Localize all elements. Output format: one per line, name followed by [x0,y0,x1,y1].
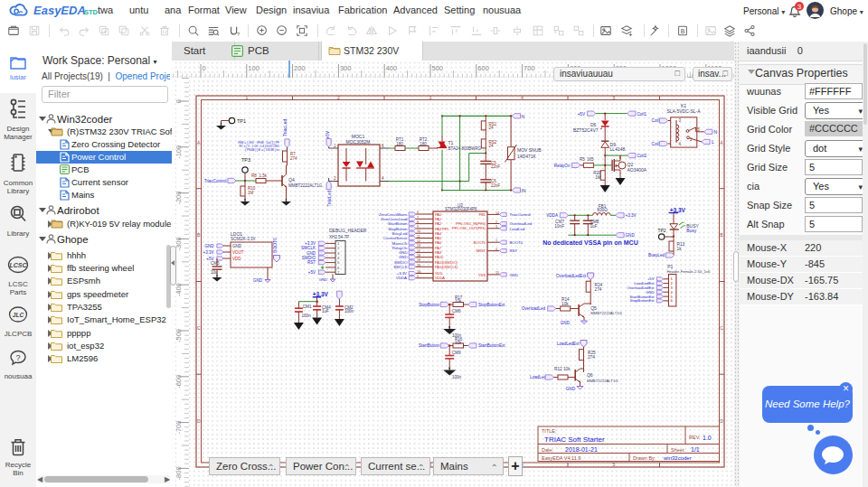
svg-text:100n: 100n [452,375,462,379]
svg-text:CM9: CM9 [452,351,461,355]
svg-text:ZeroCrossLoad: ZeroCrossLoad [381,217,408,221]
svg-text:22nF: 22nF [491,164,501,169]
svg-text:10: 10 [417,229,420,233]
svg-text:1: 1 [495,239,497,242]
svg-text:VDDA: VDDA [546,213,559,218]
svg-text:PA5: PA5 [435,236,441,240]
svg-text:274: 274 [595,287,602,292]
svg-text:GND: GND [253,278,263,283]
svg-text:6: 6 [337,266,340,270]
svg-text:OverloadLed: OverloadLed [510,221,533,226]
svg-text:6: 6 [417,211,419,214]
svg-text:BusyLed: BusyLed [648,253,665,258]
svg-text:17: 17 [417,249,420,253]
svg-text:RelayOn: RelayOn [554,164,571,168]
svg-text:StopButtonExt: StopButtonExt [478,303,505,307]
svg-text:5: 5 [613,462,616,467]
svg-text:14D471K: 14D471K [517,154,537,159]
svg-text:ZeroCrossMains: ZeroCrossMains [379,212,408,217]
svg-text:12: 12 [417,239,420,243]
svg-text:3: 3 [495,225,497,229]
svg-text:Drawn By:: Drawn By: [633,455,656,461]
svg-text:PA3 PF1-: PA3 PF1- [435,227,450,231]
svg-text:+3.3V: +3.3V [313,291,329,297]
svg-text:8: 8 [417,220,419,224]
svg-text:A: A [197,140,201,145]
svg-text:B: B [681,28,685,34]
svg-text:1: 1 [246,95,249,100]
svg-text:B: B [720,232,723,238]
svg-text:R12: R12 [554,367,562,371]
svg-text:SC662K-3.3V: SC662K-3.3V [231,237,256,241]
svg-text:PA7: PA7 [435,246,441,250]
svg-text:VDD: VDD [232,257,241,261]
svg-text:-300: -300 [176,237,183,250]
svg-text:19: 19 [417,258,420,262]
svg-text:MMBT2222ALT1G: MMBT2222ALT1G [587,379,618,383]
svg-text:11: 11 [417,235,420,239]
svg-text:4: 4 [679,142,682,146]
svg-text:7: 7 [417,216,419,220]
svg-text:No dedicated VSSA pin on MCU: No dedicated VSSA pin on MCU [542,239,638,247]
svg-text:MMBT2222ALT1G: MMBT2222ALT1G [288,183,323,188]
svg-text:SWDIO: SWDIO [394,260,408,265]
svg-text:GND: GND [566,387,576,391]
svg-text:PA2: PA2 [435,221,441,226]
svg-text:OverloadLedExt: OverloadLedExt [556,274,587,278]
svg-text:2: 2 [495,220,497,224]
svg-text:Coil: Coil [652,118,659,123]
svg-text:MainsOk: MainsOk [392,241,409,246]
svg-text:18: 18 [417,254,420,258]
svg-text:10k: 10k [563,367,571,371]
svg-text:1k: 1k [677,247,683,251]
svg-text:StopButtonExt: StopButtonExt [630,298,656,303]
svg-text:2: 2 [334,176,336,181]
svg-text:3: 3 [429,95,432,100]
svg-text:BTA24-800BWRG: BTA24-800BWRG [448,146,482,151]
svg-text:CurrentSense: CurrentSense [383,236,408,240]
svg-text:6: 6 [671,298,674,303]
svg-text:0: 0 [176,99,183,103]
svg-text:+3.3V: +3.3V [305,241,316,246]
svg-text:TriacLed: TriacLed [327,191,332,207]
svg-text:DEBUG_HEADER: DEBUG_HEADER [329,228,367,233]
svg-text:24: 24 [489,144,495,148]
svg-text:1.0: 1.0 [703,435,712,441]
svg-text:NRST: NRST [476,248,486,253]
svg-text:14: 14 [495,211,499,215]
svg-text:PA14(SWCLK): PA14(SWCLK) [435,265,458,269]
svg-text:15: 15 [495,271,499,275]
svg-text:GND: GND [399,255,408,259]
svg-text:Coil: Coil [652,142,659,146]
svg-text:180: 180 [420,142,427,146]
svg-text:VSS: VSS [478,273,486,277]
svg-text:N: N [714,129,718,135]
svg-text:LL4148: LL4148 [610,146,626,152]
svg-text:6: 6 [382,144,384,148]
svg-text:CM6: CM6 [452,309,461,314]
svg-text:PA13(SWDIO): PA13(SWDIO) [435,260,458,265]
svg-text:10k: 10k [455,341,462,345]
svg-text:9: 9 [417,225,419,229]
svg-text:MOC3052M: MOC3052M [346,139,371,145]
svg-text:-500: -500 [176,329,183,342]
svg-text:?: ? [15,353,20,362]
svg-text:VDDA: VDDA [435,276,445,280]
svg-text:4: 4 [337,256,340,260]
svg-text:1uF: 1uF [590,224,598,229]
svg-text:3: 3 [337,251,340,256]
svg-text:10k: 10k [455,299,462,304]
svg-text:VOUT: VOUT [232,250,244,255]
svg-text:Date:: Date: [542,447,554,453]
svg-text:Coil1: Coil1 [637,112,647,117]
svg-text:BZT52C4V7: BZT52C4V7 [573,127,599,133]
svg-text:PF1-OSC_OUT(PF1): PF1-OSC_OUT(PF1) [452,226,486,230]
svg-text:TriacControl: TriacControl [204,179,227,183]
svg-text:TP1: TP1 [237,118,246,124]
svg-text:REV:: REV: [689,435,701,440]
svg-text:TRIAC Soft Starter: TRIAC Soft Starter [544,435,605,444]
svg-text:274: 274 [290,156,297,161]
svg-text:SWCLK: SWCLK [301,246,316,250]
svg-text:LCSC: LCSC [9,262,27,268]
svg-text:MOV SNUB: MOV SNUB [517,147,542,153]
